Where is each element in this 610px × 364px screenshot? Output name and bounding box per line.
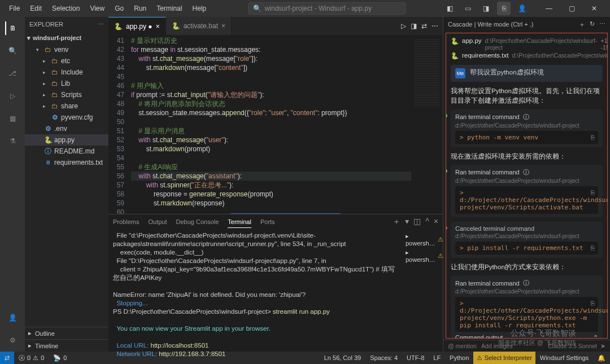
- changed-file-row[interactable]: 🐍requirements.txtd:\Project\other\Cascad…: [451, 51, 603, 60]
- encoding[interactable]: UTF-8: [402, 352, 429, 364]
- menu-go[interactable]: Go: [110, 2, 128, 15]
- tree-item-lib[interactable]: ▸🗀Lib: [25, 78, 108, 89]
- outline-section[interactable]: ▸ Outline: [25, 327, 108, 339]
- tree-item-pyvenv-cfg[interactable]: ⚙pyvenv.cfg: [25, 112, 108, 123]
- indentation[interactable]: Spaces: 4: [365, 352, 402, 364]
- minimize-button[interactable]: —: [538, 0, 560, 17]
- extensions-icon[interactable]: ▦: [6, 112, 19, 125]
- panel-tab-ports[interactable]: Ports: [260, 216, 275, 227]
- history-icon[interactable]: ↻: [590, 20, 595, 29]
- tree-item-share[interactable]: ▸🗀share: [25, 100, 108, 112]
- panel-tab-debug-console[interactable]: Debug Console: [176, 216, 219, 227]
- menu-terminal[interactable]: Terminal: [152, 2, 186, 15]
- search-text: windsurf-project - Windsurf - app.py: [265, 5, 372, 12]
- cascade-toggle-icon[interactable]: ⎘: [497, 2, 511, 15]
- remote-indicator[interactable]: ⇄: [0, 352, 14, 364]
- maximize-button[interactable]: ▢: [560, 0, 583, 17]
- menu-view[interactable]: View: [85, 2, 109, 15]
- copy-icon[interactable]: ⎘: [591, 244, 595, 251]
- tab-activate-bat[interactable]: 🐍activate.bat×: [166, 17, 232, 35]
- tree-item--env[interactable]: ⚙.env: [25, 123, 108, 134]
- layout-primary-icon[interactable]: ◧: [443, 2, 456, 15]
- language-mode[interactable]: Python: [445, 352, 473, 364]
- close-icon[interactable]: ×: [221, 22, 225, 30]
- layout-secondary-icon[interactable]: ◨: [479, 2, 493, 15]
- code-editor[interactable]: 4142434445464748495051525354555657585960…: [108, 35, 443, 214]
- info-icon[interactable]: ⓘ: [523, 113, 529, 121]
- terminal-instance[interactable]: ▸ powersh… ⚠: [406, 248, 441, 264]
- windsurf-settings[interactable]: Windsurf Settings: [535, 352, 593, 364]
- split-right-icon[interactable]: ◨: [411, 22, 417, 30]
- panel-tab-terminal[interactable]: Terminal: [228, 216, 251, 228]
- search-ab-icon[interactable]: 🔍: [6, 44, 19, 58]
- terminal-instance[interactable]: ▸ powersh… ⚠: [406, 231, 441, 248]
- term-dropdown-icon[interactable]: ▾: [405, 214, 409, 229]
- menu-file[interactable]: File: [5, 2, 24, 15]
- send-icon[interactable]: ➤: [600, 343, 605, 349]
- collapse-icon[interactable]: ⌃: [593, 334, 598, 339]
- add-images-button[interactable]: Add images: [481, 343, 512, 349]
- close-panel-icon[interactable]: ×: [434, 214, 438, 229]
- maximize-panel-icon[interactable]: ^: [425, 214, 429, 229]
- copy-icon[interactable]: ⎘: [591, 300, 595, 306]
- tree-item-readme-md[interactable]: ⓘREADME.md: [25, 146, 108, 157]
- account-icon[interactable]: 👤: [515, 2, 529, 15]
- user-message-text: 帮我设置python虚拟环境: [470, 68, 544, 77]
- cascade-more-icon[interactable]: ⋯: [599, 20, 605, 29]
- new-chat-icon[interactable]: ＋: [579, 20, 585, 29]
- explorer-more-icon[interactable]: ⋯: [98, 21, 104, 28]
- scm-icon[interactable]: ⎇: [6, 67, 19, 80]
- tab-more-icon[interactable]: ⋯: [432, 22, 438, 30]
- menu-run[interactable]: Run: [129, 2, 151, 15]
- close-button[interactable]: ✕: [583, 0, 605, 17]
- model-selector[interactable]: Claude 3.5 Sonnet: [548, 343, 597, 349]
- status-dot-canceled: [446, 226, 447, 230]
- run-icon[interactable]: ▷: [401, 22, 406, 30]
- tree-item-venv[interactable]: ▾🗀venv: [25, 44, 108, 55]
- ports[interactable]: 📡 0: [49, 352, 71, 364]
- tree-item-include[interactable]: ▸🗀Include: [25, 67, 108, 78]
- panel-tab-problems[interactable]: Problems: [113, 216, 139, 227]
- terminal-output[interactable]: File "d:\Project\other\CascadeProjects\w…: [108, 229, 403, 364]
- testing-icon[interactable]: ⚗: [6, 134, 19, 148]
- explorer-icon[interactable]: 🗎: [5, 21, 19, 35]
- command-center-search[interactable]: 🔍 windsurf-project - Windsurf - app.py: [248, 2, 406, 15]
- cascade-input-bar[interactable]: @ mention Add images Claude 3.5 Sonnet ➤: [443, 340, 610, 352]
- settings-icon[interactable]: ⚙: [6, 334, 19, 347]
- eol[interactable]: LF: [429, 352, 445, 364]
- copy-icon[interactable]: ⎘: [591, 189, 595, 196]
- menu-help[interactable]: Help: [188, 2, 211, 15]
- panel-tab-output[interactable]: Output: [148, 216, 167, 227]
- errors-warnings[interactable]: ⓧ 0 ⚠ 0: [14, 352, 49, 364]
- split-terminal-icon[interactable]: ◫: [413, 214, 421, 229]
- menu-selection[interactable]: Selection: [47, 2, 84, 15]
- notifications-icon[interactable]: 🔔: [593, 352, 610, 364]
- accounts-icon[interactable]: 👤: [6, 311, 19, 324]
- info-icon[interactable]: ⓘ: [523, 279, 529, 287]
- select-interpreter[interactable]: ⚠ Select Interpreter: [473, 352, 535, 364]
- close-icon[interactable]: ×: [156, 23, 160, 30]
- tree-item-app-py[interactable]: 🐍app.py: [25, 134, 108, 146]
- new-terminal-icon[interactable]: ＋: [393, 214, 400, 229]
- tree-item-scripts[interactable]: ▸🗀Scripts: [25, 89, 108, 100]
- copy-icon[interactable]: ⎘: [591, 134, 595, 141]
- tab-app-py[interactable]: 🐍app.py ●×: [108, 17, 166, 35]
- minimap[interactable]: [411, 35, 443, 214]
- status-dot-success: [446, 169, 447, 173]
- cursor-position[interactable]: Ln 56, Col 39: [320, 352, 365, 364]
- cascade-toggle-pill[interactable]: 50% Toggle Cascade with Ctrl+L ×: [227, 213, 344, 214]
- mention-button[interactable]: @ mention: [448, 343, 477, 349]
- explorer-sidebar: Explorer ⋯ ▾ windsurf-project ▾🗀venv▸🗀et…: [25, 17, 108, 352]
- debug-icon[interactable]: ▷: [6, 89, 19, 103]
- folder-root[interactable]: ▾ windsurf-project: [25, 32, 108, 44]
- diff-icon[interactable]: ⇄: [421, 22, 427, 30]
- menu-edit[interactable]: Edit: [25, 2, 46, 15]
- info-icon[interactable]: ⓘ: [523, 168, 529, 177]
- tree-item-requirements-txt[interactable]: ≡requirements.txt: [25, 157, 108, 168]
- activity-bar: 🗎 🔍 ⎇ ▷ ▦ ⚗ 👤 ⚙: [0, 17, 25, 352]
- tree-item-etc[interactable]: ▸🗀etc: [25, 55, 108, 67]
- changed-file-row[interactable]: 🐍app.pyd:\Project\other\CascadeProjects\…: [451, 37, 603, 51]
- timeline-section[interactable]: ▸ Timeline: [25, 339, 108, 352]
- layout-panel-icon[interactable]: ▭: [461, 2, 474, 15]
- assistant-text: 让我们使用Python的方式来安装依赖：: [451, 262, 603, 272]
